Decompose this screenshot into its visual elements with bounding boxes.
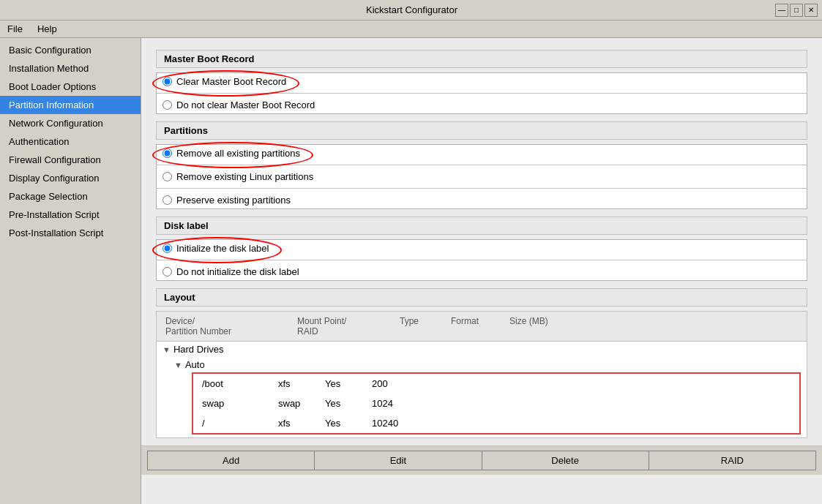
- auto-label: Auto: [185, 359, 205, 370]
- disklabel-title: Disk label: [164, 220, 209, 231]
- partitions-preserve-label: Preserve existing partitions: [176, 195, 291, 206]
- disklabel-initialize-label: Initialize the disk label: [176, 243, 269, 254]
- disklabel-divider: [157, 260, 807, 260]
- sidebar-item-authentication[interactable]: Authentication: [0, 132, 141, 151]
- hard-drives-label: Hard Drives: [173, 344, 224, 355]
- window-title: Kickstart Configurator: [48, 4, 775, 15]
- mbr-radio-clear[interactable]: [162, 77, 172, 86]
- partition-boot-format: Yes: [322, 377, 366, 391]
- minimize-button[interactable]: —: [775, 4, 788, 17]
- add-button[interactable]: Add: [147, 451, 314, 470]
- disklabel-initialize-circled: Initialize the disk label: [162, 243, 269, 254]
- partition-root-mount: /: [199, 416, 272, 430]
- partitions-header: Partitions: [156, 121, 807, 140]
- mbr-title: Master Boot Record: [164, 53, 255, 64]
- delete-button[interactable]: Delete: [482, 451, 649, 470]
- hard-drives-arrow: ▼: [162, 345, 171, 354]
- sidebar-item-boot-loader-options[interactable]: Boot Loader Options: [0, 78, 141, 96]
- partition-boot-type: xfs: [275, 377, 319, 391]
- close-button[interactable]: ✕: [804, 4, 818, 17]
- disklabel-option-initialize[interactable]: Initialize the disk label: [157, 240, 807, 257]
- mbr-header: Master Boot Record: [156, 50, 807, 68]
- disklabel-header: Disk label: [156, 217, 807, 235]
- partitions-remove-linux-label: Remove existing Linux partitions: [176, 171, 313, 182]
- sidebar-item-display-configuration[interactable]: Display Configuration: [0, 169, 141, 187]
- mbr-noclear-label: Do not clear Master Boot Record: [176, 99, 315, 110]
- raid-button[interactable]: RAID: [649, 451, 816, 470]
- sidebar: Basic Configuration Installation Method …: [0, 38, 141, 504]
- partitions-option-remove-all[interactable]: Remove all existing partitions: [157, 145, 807, 162]
- menubar: File Help: [0, 20, 822, 38]
- col-format: Format: [448, 315, 507, 338]
- partitions-remove-all-label: Remove all existing partitions: [176, 148, 300, 159]
- partitions-option-remove-linux[interactable]: Remove existing Linux partitions: [157, 168, 807, 185]
- partition-row-root: / xfs Yes 10240: [193, 413, 799, 433]
- sidebar-item-pre-installation-script[interactable]: Pre-Installation Script: [0, 206, 141, 224]
- mbr-radio-noclear[interactable]: [162, 100, 172, 110]
- partitions-title: Partitions: [164, 125, 208, 136]
- titlebar: Kickstart Configurator — □ ✕: [0, 0, 822, 20]
- partition-swap-type: swap: [275, 396, 319, 410]
- disklabel-options-box: Initialize the disk label Do not initial…: [156, 239, 807, 281]
- edit-button[interactable]: Edit: [314, 451, 481, 470]
- sidebar-item-partition-information[interactable]: Partition Information: [0, 96, 141, 114]
- partitions-divider2: [157, 188, 807, 189]
- col-device: Device/Partition Number: [162, 315, 294, 338]
- partition-root-size: 10240: [369, 416, 427, 430]
- partition-row-boot: /boot xfs Yes 200: [193, 374, 799, 394]
- mbr-option-clear[interactable]: Clear Master Boot Record: [157, 73, 807, 90]
- sidebar-item-installation-method[interactable]: Installation Method: [0, 59, 141, 78]
- sidebar-item-post-installation-script[interactable]: Post-Installation Script: [0, 224, 141, 242]
- mbr-section: Master Boot Record Clear Master Boot Rec…: [156, 50, 807, 114]
- layout-section: Layout Device/Partition Number Mount Poi…: [156, 288, 807, 438]
- col-mountpoint: Mount Point/RAID: [294, 315, 397, 338]
- col-type: Type: [397, 315, 448, 338]
- disklabel-option-noinit[interactable]: Do not initialize the disk label: [157, 263, 807, 280]
- sidebar-item-network-configuration[interactable]: Network Configuration: [0, 114, 141, 132]
- mbr-divider: [157, 93, 807, 94]
- sidebar-item-firewall-configuration[interactable]: Firewall Configuration: [0, 151, 141, 169]
- partitions-option-preserve[interactable]: Preserve existing partitions: [157, 192, 807, 208]
- window-controls: — □ ✕: [775, 4, 818, 17]
- mbr-option-noclear[interactable]: Do not clear Master Boot Record: [157, 97, 807, 113]
- sidebar-item-package-selection[interactable]: Package Selection: [0, 187, 141, 206]
- partition-boot-mount: /boot: [199, 377, 272, 391]
- disklabel-radio-initialize[interactable]: [162, 244, 172, 253]
- partition-root-format: Yes: [322, 416, 366, 430]
- mbr-clear-label: Clear Master Boot Record: [176, 76, 286, 87]
- maximize-button[interactable]: □: [790, 4, 803, 17]
- menu-help[interactable]: Help: [33, 22, 61, 36]
- mbr-clear-circled: Clear Master Boot Record: [162, 76, 286, 87]
- partition-root-type: xfs: [275, 416, 319, 430]
- disklabel-section: Disk label Initialize the disk label Do …: [156, 217, 807, 281]
- buttons-row: Add Edit Delete RAID: [141, 445, 822, 475]
- col-size: Size (MB): [507, 315, 565, 338]
- partition-swap-mount: swap: [199, 396, 272, 410]
- partition-row-swap: swap swap Yes 1024: [193, 394, 799, 413]
- partition-swap-format: Yes: [322, 396, 366, 410]
- layout-title: Layout: [164, 292, 195, 303]
- partition-table: /boot xfs Yes 200 swap swap Yes 1024: [192, 372, 801, 435]
- layout-table-header: Device/Partition Number Mount Point/RAID…: [157, 312, 807, 342]
- disklabel-noinit-label: Do not initialize the disk label: [176, 266, 299, 277]
- tree-hard-drives: ▼ Hard Drives: [157, 342, 807, 357]
- partitions-radio-remove-linux[interactable]: [162, 172, 172, 181]
- sidebar-item-basic-configuration[interactable]: Basic Configuration: [0, 41, 141, 59]
- partitions-divider1: [157, 165, 807, 165]
- partitions-section: Partitions Remove all existing partition…: [156, 121, 807, 209]
- layout-table: Device/Partition Number Mount Point/RAID…: [156, 311, 807, 438]
- content-area: Master Boot Record Clear Master Boot Rec…: [141, 38, 822, 504]
- menu-file[interactable]: File: [3, 22, 27, 36]
- partition-swap-size: 1024: [369, 396, 427, 410]
- partitions-radio-preserve[interactable]: [162, 195, 172, 205]
- partition-boot-size: 200: [369, 377, 427, 391]
- tree-auto: ▼ Auto: [168, 357, 807, 372]
- layout-header: Layout: [156, 288, 807, 306]
- mbr-options-box: Clear Master Boot Record Do not clear Ma…: [156, 72, 807, 114]
- partitions-options-box: Remove all existing partitions Remove ex…: [156, 144, 807, 209]
- partitions-remove-all-circled: Remove all existing partitions: [162, 148, 300, 159]
- auto-arrow: ▼: [174, 361, 182, 369]
- partitions-radio-remove-all[interactable]: [162, 148, 172, 158]
- main-layout: Basic Configuration Installation Method …: [0, 38, 822, 504]
- disklabel-radio-noinit[interactable]: [162, 267, 172, 277]
